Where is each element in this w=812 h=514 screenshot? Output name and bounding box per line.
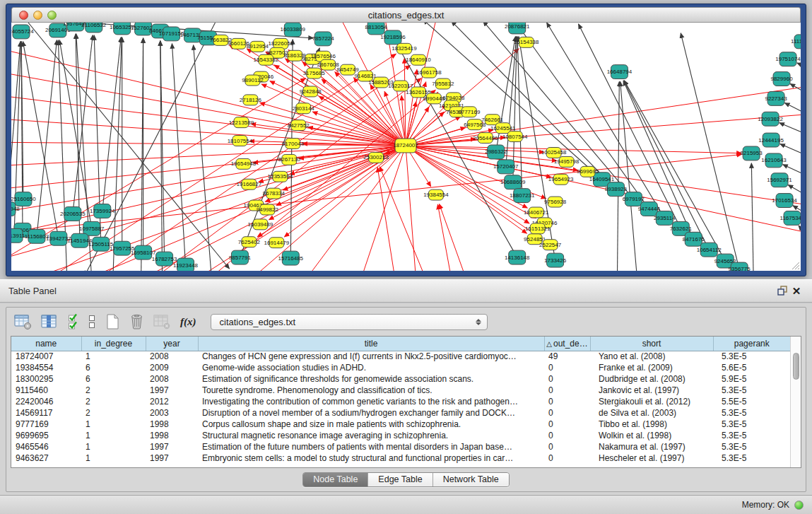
red-edge[interactable] — [360, 146, 406, 271]
close-icon: ✕ — [792, 285, 801, 298]
table-source-select[interactable]: citations_edges.txt — [211, 314, 488, 330]
status-bar: Memory: OK — [0, 495, 812, 514]
close-panel-button[interactable]: ✕ — [789, 284, 804, 298]
table-cell: 49 — [544, 351, 590, 362]
minimize-window-button[interactable] — [33, 11, 42, 20]
delete-column-button[interactable] — [129, 313, 145, 331]
node-label: 16958107 — [131, 250, 156, 256]
red-edge[interactable] — [406, 69, 417, 146]
function-builder-button[interactable]: f(x) — [180, 315, 197, 329]
table-cell: 1 — [81, 441, 146, 452]
tab-node-table[interactable]: Node Table — [303, 473, 367, 486]
red-edge[interactable] — [11, 44, 406, 146]
window-resize-grip[interactable] — [790, 260, 800, 270]
black-edge[interactable] — [620, 81, 637, 271]
table-row[interactable]: 1872400712008Changes of HCN gene express… — [11, 351, 790, 362]
table-cell: 1 — [81, 430, 146, 441]
table-row[interactable]: 911546021997Tourette syndrome. Phenomeno… — [11, 385, 790, 396]
red-edge[interactable] — [437, 204, 451, 271]
black-edge[interactable] — [23, 42, 58, 239]
zoom-window-button[interactable] — [47, 11, 57, 20]
table-cell: 1 — [81, 351, 146, 362]
float-panel-button[interactable] — [775, 284, 789, 298]
table-cell: 5.3E-5 — [713, 441, 790, 452]
red-edge[interactable] — [406, 146, 801, 233]
table-row[interactable]: 969969511998Structural magnetic resonanc… — [11, 430, 790, 441]
red-edge[interactable] — [11, 146, 406, 265]
node-label: 16151321 — [525, 226, 551, 232]
network-canvas[interactable]: 1872400724055724206914061957642821106532… — [11, 23, 801, 271]
network-window: citations_edges.txt 18724007240557242069… — [6, 4, 806, 276]
column-header-name[interactable]: name — [11, 337, 81, 351]
table-scrollbar[interactable] — [790, 337, 801, 467]
black-edge[interactable] — [37, 40, 57, 236]
table-mode-button[interactable] — [13, 313, 33, 331]
select-all-button[interactable] — [67, 313, 79, 331]
table-cell: 1997 — [146, 441, 198, 452]
network-view[interactable]: 1872400724055724206914061957642821106532… — [11, 23, 801, 271]
black-edge[interactable] — [517, 37, 522, 196]
table-cell: 5.3E-5 — [713, 419, 790, 430]
float-panel-icon — [777, 286, 788, 296]
node-label: 15692971 — [767, 177, 792, 183]
table-cell: 5.3E-5 — [713, 452, 790, 464]
red-edge[interactable] — [11, 93, 406, 146]
table-row[interactable]: 1456911722003Disruption of a novel membe… — [11, 407, 790, 419]
table-row[interactable]: 946362711997Embryonic stem cells: a mode… — [11, 452, 790, 464]
node-label: 25300213 — [363, 154, 389, 160]
black-edge[interactable] — [785, 103, 801, 120]
node-label: 2935114 — [654, 215, 676, 221]
column-header-pagerank[interactable]: pagerank — [713, 337, 790, 351]
node-label: 9857791 — [229, 255, 252, 261]
table-cell: 2 — [81, 407, 146, 419]
network-window-titlebar[interactable]: citations_edges.txt — [11, 7, 801, 23]
node-label: 14136148 — [505, 255, 530, 261]
node-label: 2803144 — [293, 105, 315, 112]
red-edge[interactable] — [379, 167, 427, 271]
table-cell: 5.3E-5 — [713, 351, 790, 362]
create-column-button[interactable] — [105, 313, 121, 331]
window-controls — [19, 11, 57, 20]
tab-edge-table[interactable]: Edge Table — [367, 473, 432, 486]
red-edge[interactable] — [11, 146, 406, 167]
column-header-in-degree[interactable]: in_degree — [81, 337, 146, 351]
table-cell: Tourette syndrome. Phenomenology and cla… — [198, 385, 544, 396]
column-header-short[interactable]: short — [590, 337, 713, 351]
table-mode-icon — [14, 314, 32, 330]
table-cell: Wolkin et al. (1998) — [590, 430, 713, 441]
node-label: 21106532 — [81, 23, 107, 28]
show-column-button[interactable] — [40, 313, 59, 331]
black-edge[interactable] — [799, 226, 801, 240]
node-label: 9146821 — [355, 73, 377, 79]
black-edge[interactable] — [617, 82, 619, 271]
red-edge[interactable] — [11, 146, 406, 216]
node-label: 19751074 — [775, 56, 801, 62]
clear-selection-button[interactable] — [87, 313, 97, 331]
table-type-tabs: Node TableEdge TableNetwork Table — [302, 472, 509, 487]
red-edge[interactable] — [260, 103, 406, 146]
table-row[interactable]: 977716911998Corpus callosum shape and si… — [11, 419, 790, 430]
node-label: 12444195 — [758, 137, 784, 144]
black-edge[interactable] — [172, 44, 185, 265]
table-cell: 5.5E-5 — [713, 396, 790, 407]
memory-status-indicator[interactable] — [794, 501, 804, 510]
black-edge[interactable] — [797, 63, 801, 69]
node-label: 8912954 — [247, 43, 269, 49]
node-label: 9227343 — [765, 95, 788, 102]
close-window-button[interactable] — [19, 11, 28, 20]
node-label: 2867608 — [317, 62, 340, 68]
node-label: 10688609 — [500, 179, 526, 185]
tab-network-table[interactable]: Network Table — [433, 473, 509, 486]
table-row[interactable]: 1830029562008Estimation of significance … — [11, 373, 790, 385]
red-edge[interactable] — [406, 114, 801, 146]
table-scrollbar-thumb[interactable] — [793, 353, 799, 380]
column-header-title[interactable]: title — [198, 337, 544, 351]
table-cell: Hescheler et al. (1997) — [590, 452, 713, 464]
table-row[interactable]: 1938455462009Genome-wide association stu… — [11, 362, 790, 373]
black-edge[interactable] — [790, 84, 801, 100]
table-row[interactable]: 946554611997Estimation of the future num… — [11, 441, 790, 452]
table-row[interactable]: 2242004622012Investigating the contribut… — [11, 396, 790, 407]
column-header-out-de[interactable]: △out_de… — [544, 337, 590, 351]
column-header-year[interactable]: year — [146, 337, 198, 351]
black-edge[interactable] — [751, 163, 753, 271]
